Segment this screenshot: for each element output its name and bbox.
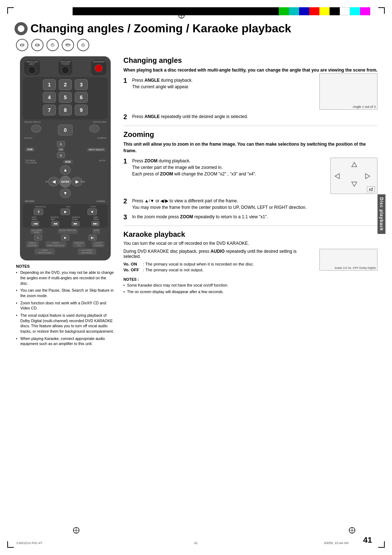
instant-labels: INSTANT REPLAY INSTANT SKIP <box>23 121 108 123</box>
corner-mark-tr <box>378 7 385 14</box>
note-item: Depending on the DVD, you may not be abl… <box>16 270 115 286</box>
disc-icon-dvd: DVD <box>16 39 28 51</box>
vo-on-row: Vo. ON : The primary vocal is output whe… <box>123 262 314 266</box>
zoom-step1-content: 1 Press ZOOM during playback. The center… <box>123 158 327 180</box>
rew-button[interactable]: ◀◀ <box>51 221 59 226</box>
clock-button[interactable]: CLOCK/COUNTER <box>92 241 105 247</box>
remote-control: OPEN/CLOSEEJECT PROG/HDMTV/VIDEO ON/STAN… <box>20 56 111 260</box>
left-nav-button[interactable]: ◀ <box>48 177 59 186</box>
up-nav-button[interactable]: ▲ <box>60 165 71 175</box>
svg-marker-10 <box>352 162 357 167</box>
num-8-button[interactable]: 8 <box>59 105 72 116</box>
zoom-screen-container: x2 <box>330 158 377 194</box>
karaoke-screen-label: Audio 1/2 Vo. OFF Dolby Digital <box>335 266 376 270</box>
note-item: When playing Karaoke, connect appropriat… <box>16 336 115 347</box>
notes-title: NOTES <box>16 264 115 268</box>
karaoke-section: Karaoke playback You can turn the vocal … <box>123 230 377 294</box>
num-2-button[interactable]: 2 <box>59 79 72 90</box>
karaoke-intro: You can turn the vocal on or off recorde… <box>123 241 377 246</box>
section-divider-2 <box>123 226 377 226</box>
audio-button[interactable]: AUDIO/INSERT ADD SELEC <box>45 241 66 247</box>
karaoke-left: During DVD KARAOKE disc playback, press … <box>123 249 314 274</box>
skip-fwd-button[interactable]: ▶▶| <box>91 221 99 226</box>
play-button[interactable]: ▶ <box>61 208 70 215</box>
num-6-button[interactable]: 6 <box>75 92 88 103</box>
footer-center: 41 <box>194 541 198 545</box>
page-content: Changing angles / Zooming / Karaoke play… <box>15 22 377 540</box>
crosshair-top <box>178 12 185 20</box>
zoom-button[interactable]: ZOOM/ZERO RETURN <box>34 248 55 255</box>
section-divider-1 <box>123 126 377 126</box>
subtitle-button[interactable]: SUBTITLE/ATR <box>73 241 85 247</box>
left-column: OPEN/CLOSEEJECT PROG/HDMTV/VIDEO ON/STAN… <box>15 56 116 348</box>
num-5-button[interactable]: 5 <box>59 92 72 103</box>
play-mode-button[interactable]: PLAY MODE/A&B REPEAT <box>78 248 96 255</box>
rec-mode-button[interactable]: REC MODE/SPEED <box>30 229 43 234</box>
num-1-button[interactable]: 1 <box>43 79 56 90</box>
up-arrow-button[interactable]: ∧ <box>57 141 65 147</box>
num-4-button[interactable]: 4 <box>43 92 56 103</box>
rec-button[interactable]: ● <box>34 235 42 240</box>
changing-angles-title: Changing angles <box>123 56 377 65</box>
right-column: Disc playback Changing angles When playi… <box>123 56 377 348</box>
setup-label: SETUP <box>99 159 106 164</box>
input-select-button[interactable]: INPUT SELECT <box>87 148 106 151</box>
vo-on-text: : The primary vocal is output when it is… <box>143 262 254 266</box>
return-cancel-row: RETURN CANCEL <box>23 199 108 203</box>
num-7-button[interactable]: 7 <box>43 105 56 116</box>
down-arrow-button[interactable]: ∨ <box>57 152 65 158</box>
open-close-button[interactable]: OPEN/CLOSEEJECT <box>24 60 40 75</box>
enter-button[interactable]: ENTER <box>60 176 71 187</box>
skip-back-button[interactable]: |◀◀ <box>31 221 39 226</box>
footer-right-date: 3/4/06, 10:44 AM <box>324 541 348 545</box>
num-0-button[interactable]: 0 <box>58 125 73 135</box>
page-title-bar: Changing angles / Zooming / Karaoke play… <box>15 22 377 35</box>
instant-replay-button[interactable] <box>31 125 41 133</box>
changing-angles-section: Changing angles When playing back a disc… <box>123 56 377 121</box>
top-menu-label: TOP MENUTITLE MENU <box>25 159 37 164</box>
step-number: 2 <box>123 198 129 206</box>
karaoke-note-item: The on screen display will disappear aft… <box>123 289 377 295</box>
play-bottom-button[interactable]: ▶ <box>61 235 69 240</box>
instant-skip-button[interactable] <box>89 125 99 133</box>
slow-button[interactable]: SLOW <box>93 229 100 234</box>
karaoke-notes: NOTES : Some Karaoke discs may not have … <box>123 277 377 294</box>
page-title: Changing angles / Zooming / Karaoke play… <box>30 22 291 35</box>
display-dubbing-labels: DISPLAY DUBBING <box>23 137 108 139</box>
angle-screen-box: Angle 1 out of 3 <box>319 73 377 110</box>
notes-section: NOTES Depending on the DVD, you may not … <box>15 264 116 347</box>
pause-button[interactable]: ⏸ <box>34 208 43 215</box>
number-pad: 1 2 3 4 5 6 7 8 9 <box>23 77 108 119</box>
vo-on-label: Vo. ON <box>123 262 142 266</box>
disc-icon-r: R <box>77 39 89 51</box>
zooming-section: Zooming This unit will allow you to zoom… <box>123 130 377 222</box>
prog-hdmi-button[interactable]: PROG/HDMTV/VIDEO <box>58 60 72 75</box>
num-9-button[interactable]: 9 <box>75 105 88 116</box>
corner-mark-br <box>378 541 385 548</box>
rec-otr-button[interactable]: RECITR TIMER REC <box>58 229 77 234</box>
bottom-small-row: ANGLE/COUNTER AUDIO/INSERT ADD SELEC SUB… <box>23 241 108 247</box>
dvd-button[interactable]: DVD <box>63 160 73 164</box>
step-number: 1 <box>123 158 129 166</box>
zoom-screen-box: x2 <box>330 158 377 194</box>
stop-button[interactable]: ■ <box>87 208 97 215</box>
notes-list: Depending on the DVD, you may not be abl… <box>16 270 115 347</box>
down-nav-button[interactable]: ▼ <box>60 189 71 198</box>
footer-left: 2J40101A P41-47 <box>16 541 42 545</box>
on-standby-button[interactable]: ON/STANDBY <box>91 60 106 75</box>
trk-right-label: TRK▶ <box>79 181 85 183</box>
step-text: Press ANGLE during playback. The current… <box>132 77 316 90</box>
zooming-title: Zooming <box>123 130 377 139</box>
vcr-dvd-row: VCR ∧ CH ∨ INPUT SELECT <box>23 140 108 159</box>
step-text: Press ZOOM during playback. The center p… <box>132 158 327 177</box>
ffwd-button[interactable]: ▶▶ <box>72 221 79 226</box>
changing-angles-step2: 2 Press ANGLE repeatedly until the desir… <box>123 113 377 121</box>
step-text: Press ▲/▼ or ◀/▶ to view a different par… <box>132 198 377 211</box>
vcr-button[interactable]: VCR <box>25 147 35 151</box>
num-3-button[interactable]: 3 <box>75 79 88 90</box>
disc-playback-tab: Disc playback <box>377 194 385 234</box>
angle-button[interactable]: ANGLE/COUNTER <box>26 241 39 247</box>
disc-icon-vl: VL <box>46 39 59 51</box>
slow-step-button[interactable]: ▶| <box>89 235 97 240</box>
ch-button[interactable]: CH <box>58 147 64 151</box>
